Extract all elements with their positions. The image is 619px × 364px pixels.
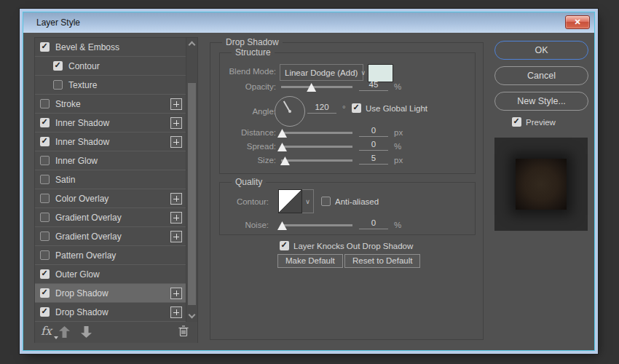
layer-knockout-checkbox[interactable]: Layer Knocks Out Drop Shadow (280, 241, 413, 250)
move-effect-up-icon[interactable] (59, 326, 70, 338)
titlebar[interactable]: Layer Style ✕ (23, 12, 594, 33)
move-effect-down-icon[interactable] (81, 326, 92, 338)
ok-button[interactable]: OK (494, 41, 588, 60)
fx-menu-button[interactable]: fx (41, 324, 52, 338)
effect-label: Outer Glow (55, 269, 100, 280)
effect-checkbox[interactable] (40, 232, 50, 241)
effect-checkbox[interactable] (40, 42, 50, 52)
spread-value[interactable]: 0 (359, 140, 388, 151)
fx-menu-caret-icon (54, 336, 58, 339)
distance-value[interactable]: 0 (359, 126, 388, 137)
close-button[interactable]: ✕ (565, 15, 590, 29)
effect-list-item[interactable]: Drop Shadow (35, 303, 186, 322)
effect-checkbox[interactable] (40, 194, 50, 203)
blend-mode-label: Blend Mode: (207, 67, 276, 76)
effect-checkbox[interactable] (53, 80, 63, 90)
distance-label: Distance: (207, 128, 276, 137)
add-effect-instance-icon[interactable] (170, 231, 182, 242)
opacity-unit: % (394, 82, 401, 91)
make-default-button[interactable]: Make Default (277, 254, 343, 268)
blend-mode-select[interactable]: Linear Dodge (Add) ∨ (280, 64, 363, 81)
effect-label: Inner Glow (55, 156, 98, 166)
contour-picker[interactable] (278, 189, 302, 213)
effect-label: Stroke (55, 99, 81, 109)
effect-checkbox[interactable] (40, 213, 50, 222)
effect-label: Drop Shadow (55, 288, 109, 298)
distance-slider[interactable] (281, 127, 352, 138)
contour-label: Contour: (200, 197, 269, 206)
add-effect-instance-icon[interactable] (170, 288, 182, 299)
effect-checkbox[interactable] (40, 156, 50, 165)
angle-value[interactable]: 120 (307, 103, 336, 114)
effect-list-item[interactable]: Texture (35, 76, 186, 95)
effect-list-item[interactable]: Gradient Overlay (35, 227, 186, 246)
opacity-slider[interactable] (281, 82, 352, 92)
effect-label: Inner Shadow (55, 118, 109, 128)
chevron-down-icon: ∨ (360, 69, 366, 76)
anti-aliased-checkbox[interactable]: Anti-aliased (321, 197, 379, 206)
cancel-button[interactable]: Cancel (494, 66, 588, 85)
effects-list: Bevel & Emboss Contour Texture Stroke In… (35, 38, 186, 322)
size-value[interactable]: 5 (359, 154, 388, 165)
effect-checkbox[interactable] (40, 99, 50, 108)
add-effect-instance-icon[interactable] (170, 193, 182, 205)
size-slider[interactable] (281, 155, 352, 166)
dialog-content: Bevel & Emboss Contour Texture Stroke In… (23, 33, 594, 349)
add-effect-instance-icon[interactable] (170, 98, 182, 110)
effect-checkbox[interactable] (40, 137, 50, 146)
effect-list-item[interactable]: Inner Shadow (35, 132, 186, 151)
effect-list-item[interactable]: Satin (35, 170, 186, 189)
preview-checkbox[interactable]: Preview (512, 117, 556, 127)
spread-slider[interactable] (281, 141, 352, 152)
effect-list-item[interactable]: Pattern Overlay (35, 246, 186, 265)
effect-checkbox[interactable] (40, 288, 50, 298)
effect-list-item[interactable]: Inner Shadow (35, 114, 186, 132)
size-label: Size: (207, 156, 276, 165)
size-unit: px (394, 156, 403, 165)
new-style-button[interactable]: New Style... (494, 92, 588, 111)
effect-label: Inner Shadow (55, 137, 109, 147)
add-effect-instance-icon[interactable] (170, 117, 182, 129)
effect-list-item[interactable]: Stroke (35, 95, 186, 114)
checkbox-icon[interactable] (321, 197, 331, 206)
angle-unit: ° (342, 104, 346, 113)
reset-to-default-button[interactable]: Reset to Default (344, 254, 420, 268)
effect-list-item[interactable]: Color Overlay (35, 189, 186, 208)
use-global-light-checkbox[interactable]: Use Global Light (352, 103, 427, 113)
effect-checkbox[interactable] (40, 250, 50, 260)
effect-list-item[interactable]: Outer Glow (35, 265, 186, 284)
add-effect-instance-icon[interactable] (170, 306, 182, 318)
effect-checkbox[interactable] (40, 307, 50, 317)
delete-effect-icon[interactable] (178, 325, 189, 337)
noise-value[interactable]: 0 (359, 218, 388, 229)
opacity-value[interactable]: 45 (359, 80, 388, 91)
effect-list-item[interactable]: Drop Shadow (35, 284, 186, 303)
scrollbar-thumb[interactable] (188, 83, 196, 305)
checkbox-icon[interactable] (512, 117, 521, 127)
effect-list-item[interactable]: Contour (35, 57, 186, 76)
effect-checkbox[interactable] (53, 61, 63, 71)
effect-checkbox[interactable] (40, 118, 50, 127)
angle-dial[interactable] (275, 96, 305, 127)
effect-label: Gradient Overlay (55, 232, 122, 242)
window-title: Layer Style (36, 17, 80, 28)
angle-label: Angle: (207, 107, 276, 116)
effect-list-item[interactable]: Bevel & Emboss (35, 38, 186, 57)
checkbox-icon[interactable] (280, 241, 289, 250)
effect-list-item[interactable]: Inner Glow (35, 151, 186, 170)
effect-checkbox[interactable] (40, 269, 50, 279)
effect-checkbox[interactable] (40, 175, 50, 184)
add-effect-instance-icon[interactable] (170, 136, 182, 148)
noise-unit: % (394, 221, 401, 229)
checkbox-icon[interactable] (352, 103, 361, 113)
scroll-down-icon[interactable] (189, 312, 196, 319)
noise-slider[interactable] (281, 220, 352, 231)
blend-mode-value: Linear Dodge (Add) (285, 68, 358, 77)
effects-scrollbar[interactable] (186, 38, 197, 322)
scroll-up-icon[interactable] (189, 41, 196, 49)
contour-chevron-icon[interactable]: ∨ (302, 189, 314, 213)
effect-label: Drop Shadow (55, 307, 109, 317)
effect-list-item[interactable]: Gradient Overlay (35, 208, 186, 227)
styles-sidebar: Bevel & Emboss Contour Texture Stroke In… (34, 37, 198, 343)
add-effect-instance-icon[interactable] (170, 212, 182, 223)
